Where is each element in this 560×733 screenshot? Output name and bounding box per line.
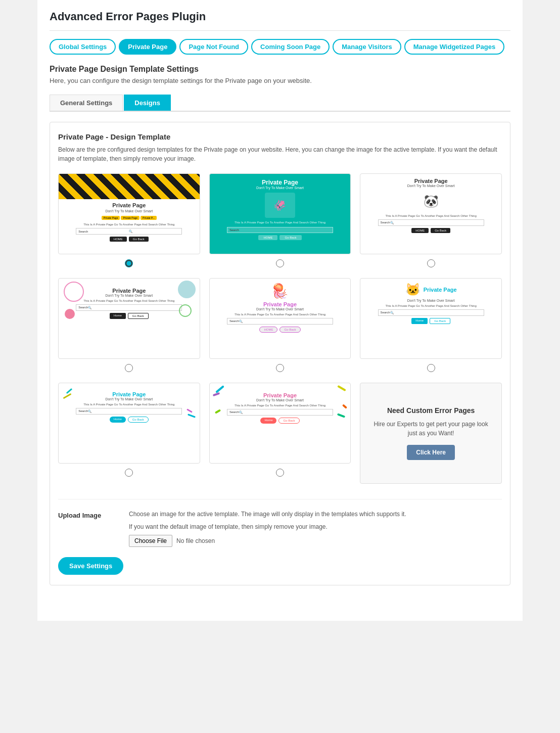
- t6-img: 🐱: [405, 283, 421, 297]
- t3-img: 🐼: [418, 190, 444, 212]
- choose-file-button[interactable]: Choose File: [129, 535, 172, 547]
- t7-back-btn[interactable]: Go Back: [128, 417, 149, 423]
- t4-search-placeholder: Search: [78, 306, 88, 309]
- t6-back-btn[interactable]: Go Back: [430, 318, 450, 324]
- t1-search-placeholder: Search: [78, 230, 129, 233]
- subtab-general-settings[interactable]: General Settings: [50, 95, 123, 111]
- tab-private-page[interactable]: Private Page: [119, 39, 176, 55]
- subtab-designs[interactable]: Designs: [124, 95, 171, 111]
- template-radio-2: [276, 259, 284, 269]
- t1-badge: Private Page: [121, 216, 139, 220]
- template-radio-input-4[interactable]: [125, 364, 133, 372]
- t6-header: 🐱 Private Page: [364, 283, 497, 297]
- template-radio-6: [427, 364, 435, 374]
- template-card-8[interactable]: Private Page Don't Try To Make Over Smar…: [209, 383, 351, 464]
- t5-back-btn[interactable]: Go Back: [279, 327, 300, 333]
- template-item-5: 🪼 Private Page Don't Try To Make Over Sm…: [209, 278, 351, 374]
- plugin-title: Advanced Error Pages Plugin: [50, 10, 510, 31]
- template-radio-input-2[interactable]: [276, 259, 284, 267]
- t3-home-btn[interactable]: HOME: [411, 228, 429, 233]
- t2-home-btn[interactable]: HOME: [258, 235, 277, 240]
- t8-search: Search🔍: [227, 409, 333, 416]
- t1-stripes: [59, 174, 200, 199]
- t1-badge: Private P...: [141, 216, 157, 220]
- template-radio-input-3[interactable]: [427, 259, 435, 267]
- t4-btns: Home Go Back: [63, 313, 196, 319]
- template-card-5[interactable]: 🪼 Private Page Don't Try To Make Over Sm…: [209, 278, 351, 359]
- t1-sub: Don't Try To Make Over Smart: [59, 209, 200, 215]
- t5-search-placeholder: Search: [229, 319, 239, 323]
- t6-inner: 🐱 Private Page Don't Try To Make Over Sm…: [360, 279, 501, 328]
- custom-error-pages-box: Need Custom Error Pages Hire our Experts…: [360, 383, 502, 484]
- t1-body: This Is A Private Page Go To Another Pag…: [59, 221, 200, 244]
- t8-sub: Don't Try To Make Over Smart: [214, 398, 347, 402]
- tab-manage-widgetized[interactable]: Manage Widgetized Pages: [404, 39, 504, 55]
- tab-coming-soon[interactable]: Coming Soon Page: [251, 39, 330, 55]
- t3-btns: HOME Go Back: [364, 228, 497, 233]
- t1-back-btn[interactable]: Go Back: [129, 237, 149, 242]
- template-card-6[interactable]: 🐱 Private Page Don't Try To Make Over Sm…: [360, 278, 502, 359]
- t2-search: Search: [227, 227, 333, 233]
- template-item-7: Private Page Don't Try To Make Over Smar…: [58, 383, 200, 484]
- t3-search-placeholder: Search: [381, 221, 390, 224]
- template-card-3[interactable]: Private Page Don't Try To Make Over Smar…: [360, 173, 502, 254]
- t7-search-placeholder: Search: [78, 409, 88, 413]
- t4-back-btn[interactable]: Go Back: [128, 313, 149, 319]
- t5-sub: Don't Try To Make Over Smart: [214, 307, 347, 311]
- upload-section: Upload Image Choose an image for the act…: [58, 499, 502, 552]
- file-status: No file chosen: [176, 537, 215, 544]
- t3-back-btn[interactable]: Go Back: [431, 228, 450, 233]
- t6-text: This Is A Private Page Go To Another Pag…: [364, 304, 497, 307]
- t6-sub: Don't Try To Make Over Smart: [364, 299, 497, 302]
- template-radio-input-5[interactable]: [276, 364, 284, 372]
- t6-search-placeholder: Search: [381, 311, 390, 314]
- t7-title: Private Page: [63, 391, 196, 397]
- t6-title: Private Page: [424, 287, 457, 293]
- tab-manage-visitors[interactable]: Manage Visitors: [333, 39, 401, 55]
- tab-global-settings[interactable]: Global Settings: [50, 39, 116, 55]
- t6-btns: Home Go Back: [364, 318, 497, 324]
- section-desc: Here, you can configure the design templ…: [50, 77, 510, 84]
- t8-back-btn[interactable]: Go Back: [278, 418, 299, 424]
- upload-desc-1: Choose an image for the active template.…: [129, 510, 502, 519]
- template-card-7[interactable]: Private Page Don't Try To Make Over Smar…: [58, 383, 200, 464]
- template-card-2[interactable]: Private Page Don't Try To Make Over Smar…: [209, 173, 351, 254]
- t4-search: Search🔍: [76, 304, 182, 311]
- sub-tabs: General Settings Designs: [50, 95, 510, 112]
- template-radio-input-7[interactable]: [125, 469, 133, 477]
- template-radio-input-6[interactable]: [427, 364, 435, 372]
- t3-text: This Is A Private Page Go To Another Pag…: [364, 214, 497, 217]
- template-radio-5: [276, 364, 284, 374]
- section-title: Private Page Design Template Settings: [50, 65, 510, 74]
- t5-home-btn[interactable]: HOME: [259, 327, 277, 333]
- t8-home-btn[interactable]: Home: [260, 418, 276, 424]
- template-card-1[interactable]: Private Page Don't Try To Make Over Smar…: [58, 173, 200, 254]
- template-item-3: Private Page Don't Try To Make Over Smar…: [360, 173, 502, 269]
- t2-sub: Don't Try To Make Over Smart: [214, 186, 347, 190]
- template-item-6: 🐱 Private Page Don't Try To Make Over Sm…: [360, 278, 502, 374]
- upload-file-row: Choose File No file chosen: [129, 535, 502, 547]
- custom-click-here-button[interactable]: Click Here: [407, 445, 455, 460]
- save-settings-button[interactable]: Save Settings: [58, 557, 123, 575]
- t2-back-btn[interactable]: Go Back: [279, 235, 301, 240]
- template-radio-8: [276, 469, 284, 478]
- template-radio-7: [125, 469, 133, 478]
- t7-text: This Is A Private Page Go To Another Pag…: [63, 403, 196, 406]
- design-box-desc: Below are the pre configured design temp…: [58, 145, 502, 163]
- tab-page-not-found[interactable]: Page Not Found: [179, 39, 248, 55]
- t4-text: This Is A Private Page Go To Another Pag…: [63, 299, 196, 302]
- template-radio-input-1[interactable]: [125, 259, 133, 267]
- t2-search-placeholder: Search: [229, 228, 239, 232]
- template-card-4[interactable]: Private Page Don't Try To Make Over Smar…: [58, 278, 200, 359]
- t7-inner: Private Page Don't Try To Make Over Smar…: [59, 383, 200, 427]
- t8-btns: Home Go Back: [214, 418, 347, 424]
- t6-home-btn[interactable]: Home: [411, 318, 428, 324]
- t4-circle3: [65, 309, 75, 319]
- t2-text: This Is A Private Page Go To Another Pag…: [214, 221, 347, 224]
- design-template-box: Private Page - Design Template Below are…: [50, 122, 510, 585]
- t7-home-btn[interactable]: Home: [110, 417, 126, 423]
- t4-home-btn[interactable]: Home: [110, 313, 126, 319]
- custom-box-desc: Hire our Experts to get pert your page l…: [368, 420, 493, 438]
- t1-home-btn[interactable]: HOME: [110, 237, 127, 242]
- template-radio-input-8[interactable]: [276, 469, 284, 477]
